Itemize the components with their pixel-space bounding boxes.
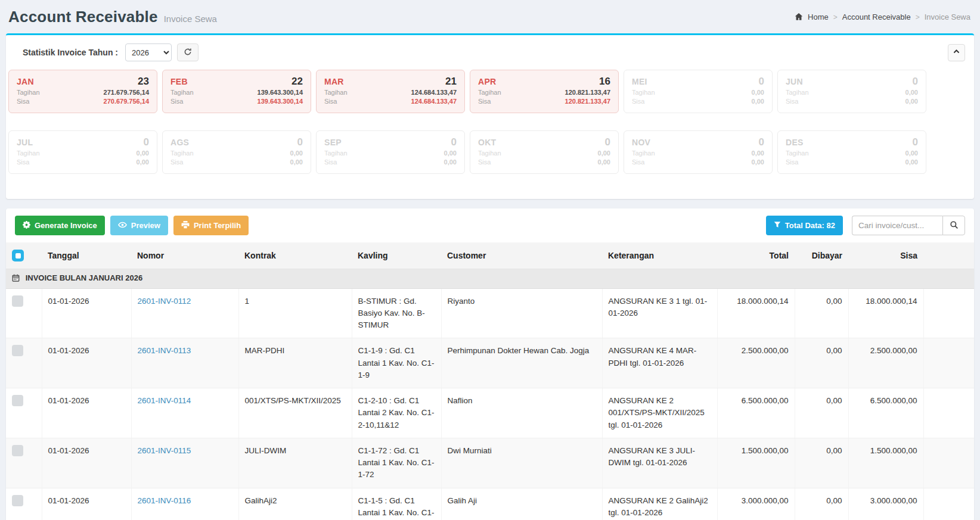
search-input[interactable] [852,216,942,235]
tagihan-value: 0,00 [598,149,610,157]
month-invoice-count: 0 [297,136,303,148]
tagihan-label: Tagihan [786,149,809,157]
tagihan-label: Tagihan [632,149,655,157]
month-stat-card: JAN 23 Tagihan 271.679.756,14 Sisa 270.6… [8,70,157,113]
breadcrumb-separator: > [916,13,920,21]
invoice-table-row: 01-01-2026 2601-INV-0113 MAR-PDHI C1-1-9… [6,338,974,388]
year-select[interactable]: 2026 [125,43,172,61]
cell-customer: Perhimpunan Dokter Hewan Cab. Jogja [441,338,602,388]
month-stat-card: MAR 21 Tagihan 124.684.133,47 Sisa 124.6… [316,70,465,113]
tagihan-value: 0,00 [905,149,918,157]
cell-keterangan: ANGSURAN KE 3 1 tgl. 01-01-2026 [602,288,717,338]
cell-keterangan: ANGSURAN KE 4 MAR-PDHI tgl. 01-01-2026 [602,338,717,388]
sisa-value: 270.679.756,14 [104,97,149,105]
cell-customer: Dwi Murniati [441,438,602,488]
month-stat-card: AGS 0 Tagihan 0,00 Sisa 0,00 [162,130,311,174]
month-invoice-count: 22 [291,76,303,88]
refresh-button[interactable] [177,43,199,61]
preview-button[interactable]: Preview [110,216,168,235]
search-group [852,216,965,235]
month-invoice-count: 0 [451,136,457,148]
tagihan-label: Tagihan [632,88,655,96]
search-icon [950,220,959,231]
tagihan-value: 124.684.133,47 [411,88,457,96]
sisa-label: Sisa [17,97,29,105]
cell-kontrak: GalihAji2 [238,488,352,520]
collapse-panel-button[interactable] [948,44,965,61]
tagihan-value: 0,00 [137,149,149,157]
tagihan-label: Tagihan [17,88,40,96]
invoice-table-panel: Generate Invoice Preview Print Terpilih … [6,208,974,520]
eye-icon [118,220,127,231]
month-invoice-count: 0 [759,76,764,88]
month-invoice-count: 0 [913,76,918,88]
select-all-checkbox[interactable] [12,250,24,261]
filter-icon [774,221,781,230]
cell-kavling: B-STIMUR : Gd. Basiyo Kav. No. B-STIMUR [352,288,441,338]
tagihan-label: Tagihan [170,149,194,157]
breadcrumb-home[interactable]: Home [808,13,829,21]
print-selected-button[interactable]: Print Terpilih [173,216,249,235]
month-group-header-label: INVOICE BULAN JANUARI 2026 [26,273,143,282]
month-name: NOV [632,138,650,147]
cell-kontrak: 1 [238,288,352,338]
invoice-number-link[interactable]: 2601-INV-0112 [138,297,191,306]
tagihan-label: Tagihan [324,88,348,96]
cell-sisa: 1.500.000,00 [848,438,923,488]
cell-dibayar: 0,00 [795,288,848,338]
row-checkbox[interactable] [12,495,23,506]
cell-sisa: 6.500.000,00 [848,388,923,438]
row-checkbox[interactable] [12,395,23,406]
row-checkbox[interactable] [12,445,23,456]
sisa-label: Sisa [632,158,644,166]
column-header-total: Total [717,242,795,269]
month-stat-card: SEP 0 Tagihan 0,00 Sisa 0,00 [316,130,465,174]
invoice-table-row: 01-01-2026 2601-INV-0114 001/XTS/PS-MKT/… [6,388,974,438]
month-name: FEB [170,77,188,86]
invoice-number-link[interactable]: 2601-INV-0115 [138,446,191,455]
sisa-label: Sisa [478,158,491,166]
sisa-label: Sisa [478,97,491,105]
total-data-button[interactable]: Total Data: 82 [766,216,843,235]
table-header-row: Tanggal Nomor Kontrak Kavling Customer K… [6,242,974,269]
statistics-year-label: Statistik Invoice Tahun : [23,48,118,57]
cell-keterangan: ANGSURAN KE 2 001/XTS/PS-MKT/XII/2025 tg… [602,388,717,438]
cell-total: 3.000.000,00 [717,488,795,520]
sisa-value: 0,00 [290,158,303,166]
table-toolbar: Generate Invoice Preview Print Terpilih … [6,208,974,242]
cell-sisa: 18.000.000,14 [848,288,923,338]
breadcrumb-separator: > [833,13,838,21]
sisa-value: 124.684.133,47 [411,97,457,105]
cell-keterangan: ANGSURAN KE 3 JULI-DWIM tgl. 01-01-2026 [602,438,717,488]
month-stat-card: APR 16 Tagihan 120.821.133,47 Sisa 120.8… [470,70,619,113]
breadcrumb: Home > Account Receivable > Invoice Sewa [795,13,970,21]
cell-total: 2.500.000,00 [717,338,795,388]
cell-sisa: 3.000.000,00 [848,488,923,520]
search-button[interactable] [942,216,965,235]
sisa-value: 0,00 [752,158,764,166]
month-name: APR [478,77,496,86]
gear-icon [23,221,30,231]
month-name: JUN [786,77,803,86]
tagihan-value: 0,00 [290,149,303,157]
generate-invoice-button[interactable]: Generate Invoice [15,216,105,235]
sisa-value: 0,00 [752,97,764,105]
breadcrumb-section[interactable]: Account Receivable [842,13,911,21]
row-checkbox[interactable] [12,345,23,356]
invoice-number-link[interactable]: 2601-INV-0113 [138,346,191,355]
sisa-label: Sisa [786,158,798,166]
tagihan-value: 0,00 [752,149,764,157]
tagihan-value: 0,00 [444,149,457,157]
invoice-number-link[interactable]: 2601-INV-0116 [138,496,191,505]
month-name: MAR [324,77,344,86]
invoice-number-link[interactable]: 2601-INV-0114 [138,396,191,405]
cell-dibayar: 0,00 [795,388,848,438]
month-stat-card: OKT 0 Tagihan 0,00 Sisa 0,00 [470,130,619,174]
row-checkbox[interactable] [12,295,23,307]
cell-kontrak: JULI-DWIM [238,438,352,488]
month-name: JAN [17,77,34,86]
sisa-value: 0,00 [905,158,918,166]
cell-dibayar: 0,00 [795,488,848,520]
tagihan-label: Tagihan [170,88,194,96]
tagihan-value: 271.679.756,14 [104,88,149,96]
